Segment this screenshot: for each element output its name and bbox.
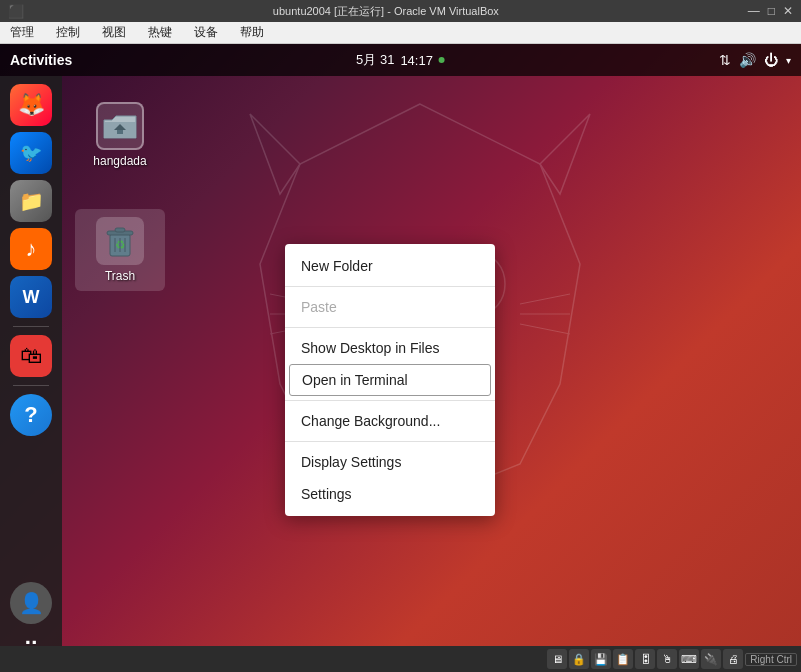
writer-icon: W [23, 287, 40, 308]
taskbar-icon-5[interactable]: 🎛 [635, 649, 655, 669]
svg-rect-14 [115, 228, 125, 232]
vbox-title: ubuntu2004 [正在运行] - Oracle VM VirtualBox [24, 4, 748, 19]
dock-files[interactable]: 📁 [10, 180, 52, 222]
minimize-button[interactable]: — [748, 4, 760, 18]
menu-devices[interactable]: 设备 [188, 22, 224, 43]
topbar-time: 14:17 [400, 53, 433, 68]
help-icon: ? [24, 402, 37, 428]
taskbar-icon-7[interactable]: ⌨ [679, 649, 699, 669]
taskbar-icon-6[interactable]: 🖱 [657, 649, 677, 669]
vbox-menubar: 管理 控制 视图 热键 设备 帮助 [0, 22, 801, 44]
context-menu: New Folder Paste Show Desktop in Files O… [285, 244, 495, 516]
topbar-center: 5月 31 14:17 [356, 51, 445, 69]
menu-control[interactable]: 控制 [50, 22, 86, 43]
topbar-date: 5月 31 [356, 51, 394, 69]
dropdown-icon[interactable]: ▾ [786, 55, 791, 66]
menu-view[interactable]: 视图 [96, 22, 132, 43]
dock-firefox[interactable]: 🦊 [10, 84, 52, 126]
dock-rhythmbox[interactable]: ♪ [10, 228, 52, 270]
svg-marker-2 [540, 114, 590, 194]
thunderbird-icon: 🐦 [20, 142, 42, 164]
svg-marker-1 [250, 114, 300, 194]
appstore-icon: 🛍 [20, 343, 42, 369]
separator-3 [285, 400, 495, 401]
context-show-desktop[interactable]: Show Desktop in Files [285, 332, 495, 364]
dock-avatar[interactable]: 👤 [10, 582, 52, 624]
context-settings[interactable]: Settings [285, 478, 495, 510]
restore-button[interactable]: □ [768, 4, 775, 18]
dock-writer[interactable]: W [10, 276, 52, 318]
taskbar-icon-8[interactable]: 🔌 [701, 649, 721, 669]
taskbar-icon-4[interactable]: 📋 [613, 649, 633, 669]
svg-line-6 [520, 294, 570, 304]
right-ctrl-label: Right Ctrl [745, 653, 797, 666]
topbar-right: ⇅ 🔊 ⏻ ▾ [719, 52, 791, 68]
desktop-icon-trash[interactable]: ♻ Trash [75, 209, 165, 291]
menu-help[interactable]: 帮助 [234, 22, 270, 43]
vbox-titlebar: ⬛ ubuntu2004 [正在运行] - Oracle VM VirtualB… [0, 0, 801, 22]
context-paste: Paste [285, 291, 495, 323]
rhythmbox-icon: ♪ [26, 236, 37, 262]
hangdada-label: hangdada [93, 154, 146, 168]
context-display-settings[interactable]: Display Settings [285, 446, 495, 478]
dock-separator-2 [13, 385, 49, 386]
context-change-background[interactable]: Change Background... [285, 405, 495, 437]
dock-appstore[interactable]: 🛍 [10, 335, 52, 377]
dock-help[interactable]: ? [10, 394, 52, 436]
activities-button[interactable]: Activities [10, 52, 72, 68]
separator-4 [285, 441, 495, 442]
menu-hotkeys[interactable]: 热键 [142, 22, 178, 43]
ubuntu-taskbar: 🖥 🔒 💾 📋 🎛 🖱 ⌨ 🔌 🖨 Right Ctrl [0, 646, 801, 672]
network-icon[interactable]: ⇅ [719, 52, 731, 68]
volume-icon[interactable]: 🔊 [739, 52, 756, 68]
trash-label: Trash [105, 269, 135, 283]
taskbar-icon-2[interactable]: 🔒 [569, 649, 589, 669]
files-icon: 📁 [19, 189, 44, 213]
context-open-terminal[interactable]: Open in Terminal [289, 364, 491, 396]
context-new-folder[interactable]: New Folder [285, 250, 495, 282]
ubuntu-desktop[interactable]: Activities 5月 31 14:17 ⇅ 🔊 ⏻ ▾ 🦊 🐦 📁 ♪ W [0, 44, 801, 672]
vbox-app-icon: ⬛ [8, 4, 24, 19]
close-button[interactable]: ✕ [783, 4, 793, 18]
avatar-icon: 👤 [19, 591, 44, 615]
menu-manage[interactable]: 管理 [4, 22, 40, 43]
ubuntu-topbar: Activities 5月 31 14:17 ⇅ 🔊 ⏻ ▾ [0, 44, 801, 76]
dock-separator-1 [13, 326, 49, 327]
hangdada-icon-img [96, 102, 144, 150]
svg-line-8 [520, 324, 570, 334]
trash-icon-img: ♻ [96, 217, 144, 265]
dock-thunderbird[interactable]: 🐦 [10, 132, 52, 174]
separator-1 [285, 286, 495, 287]
taskbar-icon-1[interactable]: 🖥 [547, 649, 567, 669]
desktop-icon-hangdada[interactable]: hangdada [75, 94, 165, 176]
status-dot [439, 57, 445, 63]
firefox-icon: 🦊 [18, 92, 45, 118]
taskbar-icon-9[interactable]: 🖨 [723, 649, 743, 669]
taskbar-icon-3[interactable]: 💾 [591, 649, 611, 669]
separator-2 [285, 327, 495, 328]
ubuntu-dock: 🦊 🐦 📁 ♪ W 🛍 ? 👤 ⠿ [0, 76, 62, 672]
vbox-window-controls: — □ ✕ [748, 4, 793, 18]
power-icon[interactable]: ⏻ [764, 52, 778, 68]
